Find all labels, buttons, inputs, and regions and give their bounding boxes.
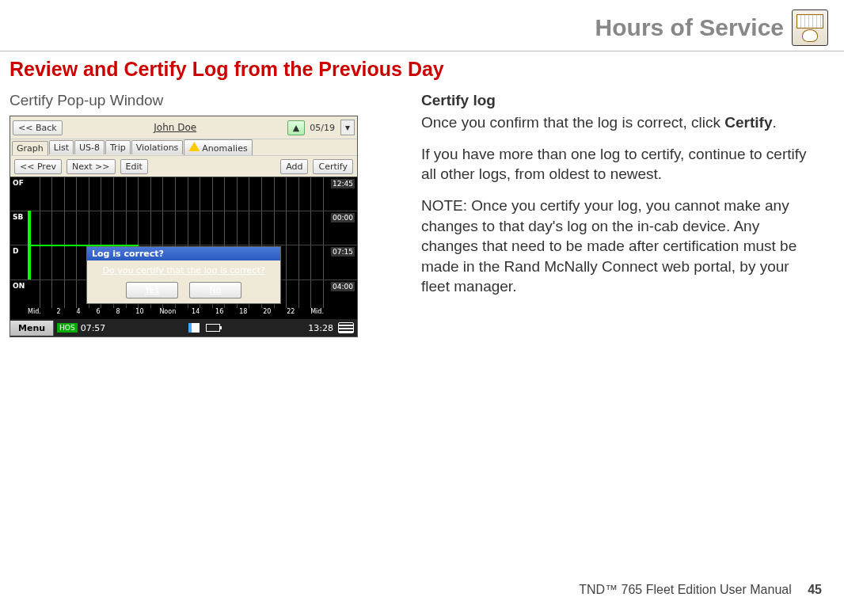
tab-violations[interactable]: Violations [131, 140, 184, 154]
para1-b: . [773, 114, 777, 131]
add-button[interactable]: Add [280, 159, 308, 174]
hos-icon [792, 10, 828, 46]
clock-icon [802, 29, 818, 42]
page-footer: TND™ 765 Fleet Edition User Manual 45 [579, 583, 822, 597]
tick-14: 14 [192, 308, 200, 318]
tab-anomalies[interactable]: Anomalies [184, 139, 252, 155]
row-on-label: ON [13, 282, 25, 290]
keyboard-icon[interactable] [338, 322, 354, 333]
tabs-row: Graph List US-8 Trip Violations Anomalie… [10, 139, 357, 156]
content-columns: Certify Pop-up Window << Back John Doe ▲… [0, 92, 844, 337]
sync-up-icon[interactable]: ▲ [287, 120, 305, 135]
warning-icon [188, 142, 200, 151]
tick-18: 18 [239, 308, 247, 318]
page-header: Hours of Service [0, 0, 844, 51]
tick-16: 16 [215, 308, 223, 318]
tick-22: 22 [287, 308, 295, 318]
calendar-icon [796, 14, 823, 29]
tick-2: 2 [57, 308, 61, 318]
prev-button[interactable]: << Prev [14, 159, 62, 174]
edit-button[interactable]: Edit [120, 159, 148, 174]
tick-4: 4 [77, 308, 81, 318]
next-button[interactable]: Next >> [67, 159, 116, 174]
tick-8: 8 [116, 308, 120, 318]
battery-icon [206, 324, 220, 332]
screenshot-caption: Certify Pop-up Window [10, 92, 397, 109]
popup-question: Do you certify that the log is correct? [92, 265, 276, 276]
hos-indicator: HOS [57, 323, 78, 333]
status-bar: Menu HOS 07:57 13:28 [10, 319, 357, 337]
row-d-value: 07:15 [331, 247, 355, 257]
para1-a: Once you confirm that the log is correct… [421, 114, 724, 131]
tick-noon: Noon [159, 308, 176, 318]
header-divider [0, 51, 844, 51]
tab-trip[interactable]: Trip [105, 140, 131, 154]
tick-10: 10 [135, 308, 143, 318]
signal-icon [188, 323, 200, 333]
page-title: Review and Certify Log from the Previous… [0, 55, 844, 92]
row-sb-value: 00:00 [331, 213, 355, 222]
device-titlebar: << Back John Doe ▲ 05/19 ▾ [10, 116, 357, 139]
row-d-label: D [13, 247, 18, 255]
popup-body: Do you certify that the log is correct? … [87, 260, 280, 303]
row-of-value: 12:45 [331, 179, 355, 188]
date-dropdown-icon[interactable]: ▾ [340, 120, 355, 135]
certify-popup: Log is correct? Do you certify that the … [86, 246, 281, 304]
popup-title: Log is correct? [87, 247, 280, 260]
left-column: Certify Pop-up Window << Back John Doe ▲… [10, 92, 397, 337]
popup-buttons: Yes No [92, 282, 276, 298]
header-title: Hours of Service [595, 14, 784, 41]
para1-bold: Certify [724, 114, 772, 131]
popup-no-button[interactable]: No [189, 282, 241, 298]
tick-mid-r: Mid. [310, 308, 324, 318]
section-heading: Certify log [421, 92, 817, 109]
paragraph-2: If you have more than one log to certify… [421, 144, 817, 184]
status-time-right: 13:28 [303, 323, 338, 333]
graph-row-of: OF12:45 [10, 177, 357, 211]
menu-button[interactable]: Menu [10, 321, 54, 336]
tab-anomalies-label: Anomalies [202, 143, 247, 154]
graph-row-sb: SB00:00 [10, 211, 357, 245]
tick-20: 20 [263, 308, 271, 318]
status-time-left: 07:57 [81, 323, 106, 333]
graph-xaxis: Mid. 2 4 6 8 10 Noon 14 16 18 20 22 Mid. [28, 308, 324, 318]
status-mid [105, 323, 303, 333]
row-sb-label: SB [13, 213, 23, 221]
popup-yes-button[interactable]: Yes [126, 282, 178, 298]
paragraph-3: NOTE: Once you certify your log, you can… [421, 196, 817, 297]
back-button[interactable]: << Back [13, 120, 63, 135]
tab-graph[interactable]: Graph [12, 141, 48, 155]
row-of-label: OF [13, 179, 24, 187]
tick-6: 6 [96, 308, 100, 318]
device-screenshot: << Back John Doe ▲ 05/19 ▾ Graph List US… [10, 116, 358, 337]
tick-mid-l: Mid. [28, 308, 41, 318]
row-on-value: 04:00 [331, 282, 355, 291]
certify-button[interactable]: Certify [313, 159, 353, 174]
page-number: 45 [808, 583, 822, 596]
hos-graph: OF12:45 SB00:00 D07:15 ON04:00 Mid. 2 4 … [10, 177, 357, 319]
tab-us8[interactable]: US-8 [74, 140, 105, 154]
toolbar-row: << Prev Next >> Edit Add Certify [10, 156, 357, 177]
right-column: Certify log Once you confirm that the lo… [421, 92, 817, 337]
driver-name: John Doe [65, 122, 286, 133]
footer-text: TND™ 765 Fleet Edition User Manual [579, 583, 792, 596]
paragraph-1: Once you confirm that the log is correct… [421, 112, 817, 133]
tab-list[interactable]: List [49, 140, 74, 154]
date-label: 05/19 [306, 121, 338, 135]
